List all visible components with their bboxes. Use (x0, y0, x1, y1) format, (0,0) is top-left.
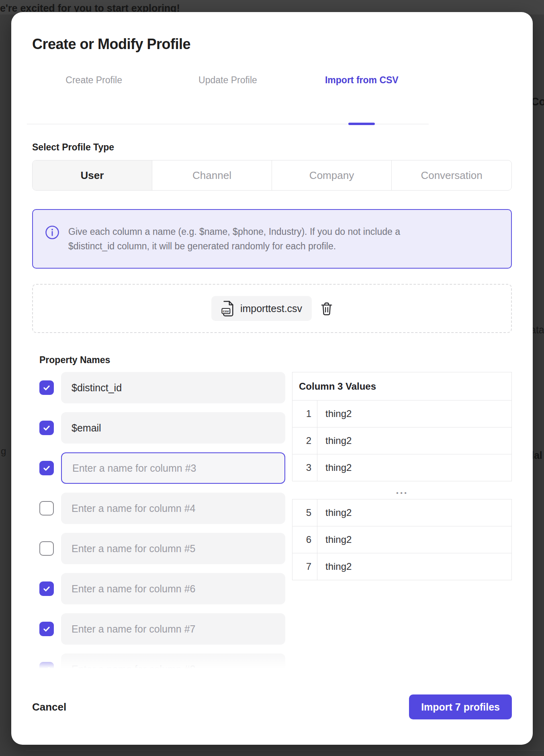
table-row: 5 thing2 (292, 499, 512, 526)
background-divider (26, 750, 544, 751)
row-value: thing2 (317, 526, 512, 553)
select-profile-type-label: Select Profile Type (32, 142, 512, 153)
property-row-2 (39, 412, 285, 444)
profile-type-conversation[interactable]: Conversation (392, 160, 511, 190)
property-names-heading: Property Names (39, 355, 512, 366)
property-row-5 (39, 533, 285, 564)
column-2-checkbox[interactable] (39, 421, 54, 435)
row-value: thing2 (317, 427, 512, 454)
table-row: 3 thing2 (292, 454, 512, 481)
row-value: thing2 (317, 454, 512, 481)
tab-update-profile[interactable]: Update Profile (161, 74, 294, 86)
row-value: thing2 (317, 401, 512, 427)
info-line: $distinct_id column, it will be generate… (68, 239, 400, 253)
row-index: 6 (292, 526, 317, 553)
column-8-checkbox[interactable] (39, 662, 54, 671)
svg-text:csv: csv (223, 309, 229, 313)
row-value: thing2 (317, 499, 512, 526)
info-icon (45, 225, 59, 240)
info-banner-text: Give each column a name (e.g. $name, $ph… (68, 224, 400, 253)
profile-type-user[interactable]: User (33, 160, 152, 190)
check-icon (43, 585, 51, 593)
profile-type-selector: User Channel Company Conversation (32, 160, 512, 191)
file-name: importtest.csv (240, 303, 302, 314)
import-profiles-button[interactable]: Import 7 profiles (409, 694, 512, 719)
row-index: 5 (292, 499, 317, 526)
dialog-footer: Cancel Import 7 profiles (32, 694, 512, 719)
check-icon (43, 665, 51, 671)
mapping-section: Column 3 Values 1 thing2 2 thing2 3 thin… (32, 372, 512, 671)
background-text-fragment: lal (531, 450, 542, 461)
column-values-table-bottom: 5 thing2 6 thing2 7 thing2 (292, 499, 512, 580)
column-5-checkbox[interactable] (39, 541, 54, 556)
property-row-4 (39, 493, 285, 524)
column-7-checkbox[interactable] (39, 622, 54, 636)
column-4-name-input[interactable] (61, 493, 285, 524)
background-text-fragment: g (1, 446, 6, 457)
row-index: 2 (292, 427, 317, 454)
property-row-7 (39, 613, 285, 645)
column-3-checkbox[interactable] (39, 461, 54, 475)
check-icon (43, 464, 51, 472)
delete-file-button[interactable] (321, 302, 333, 316)
tab-create-profile[interactable]: Create Profile (27, 74, 161, 86)
check-icon (43, 625, 51, 633)
column-4-checkbox[interactable] (39, 501, 54, 516)
cancel-button[interactable]: Cancel (32, 701, 66, 713)
property-row-8 (39, 653, 285, 671)
property-row-1 (39, 372, 285, 403)
row-index: 1 (292, 401, 317, 427)
column-1-checkbox[interactable] (39, 380, 54, 395)
column-2-name-input[interactable] (61, 412, 285, 444)
table-row: 1 thing2 (292, 401, 512, 427)
row-index: 3 (292, 454, 317, 481)
row-value: thing2 (317, 553, 512, 580)
property-name-list (32, 372, 285, 671)
property-row-3 (39, 452, 285, 484)
column-7-name-input[interactable] (61, 613, 285, 645)
column-values-preview: Column 3 Values 1 thing2 2 thing2 3 thin… (292, 372, 512, 671)
csv-file-icon: csv (221, 300, 235, 317)
column-1-name-input[interactable] (61, 372, 285, 403)
property-row-6 (39, 573, 285, 604)
row-index: 7 (292, 553, 317, 580)
uploaded-file-chip: csv importtest.csv (211, 296, 312, 321)
tab-import-from-csv[interactable]: Import from CSV (295, 74, 429, 86)
table-row: 7 thing2 (292, 553, 512, 580)
column-6-name-input[interactable] (61, 573, 285, 604)
column-8-name-input[interactable] (61, 653, 285, 671)
dialog-title: Create or Modify Profile (32, 35, 512, 53)
check-icon (43, 424, 51, 432)
column-5-name-input[interactable] (61, 533, 285, 564)
background-text-fragment: Co (531, 96, 544, 108)
table-row: 6 thing2 (292, 526, 512, 553)
column-values-table-top: Column 3 Values 1 thing2 2 thing2 3 thin… (292, 372, 512, 481)
values-table-header: Column 3 Values (292, 372, 512, 401)
file-drop-area[interactable]: csv importtest.csv (32, 284, 512, 333)
tab-label: Import from CSV (325, 75, 399, 85)
trash-icon (321, 302, 333, 316)
info-line: Give each column a name (e.g. $name, $ph… (68, 224, 400, 239)
active-tab-underline (348, 123, 375, 125)
column-6-checkbox[interactable] (39, 581, 54, 596)
info-banner: Give each column a name (e.g. $name, $ph… (32, 209, 512, 269)
rows-ellipsis: ... (292, 481, 512, 499)
create-or-modify-profile-dialog: Create or Modify Profile Create Profile … (11, 12, 533, 745)
column-3-name-input[interactable] (61, 452, 285, 484)
profile-type-company[interactable]: Company (272, 160, 392, 190)
table-row: 2 thing2 (292, 427, 512, 454)
check-icon (43, 384, 51, 392)
dialog-tabs: Create Profile Update Profile Import fro… (27, 74, 429, 124)
profile-type-channel[interactable]: Channel (152, 160, 272, 190)
